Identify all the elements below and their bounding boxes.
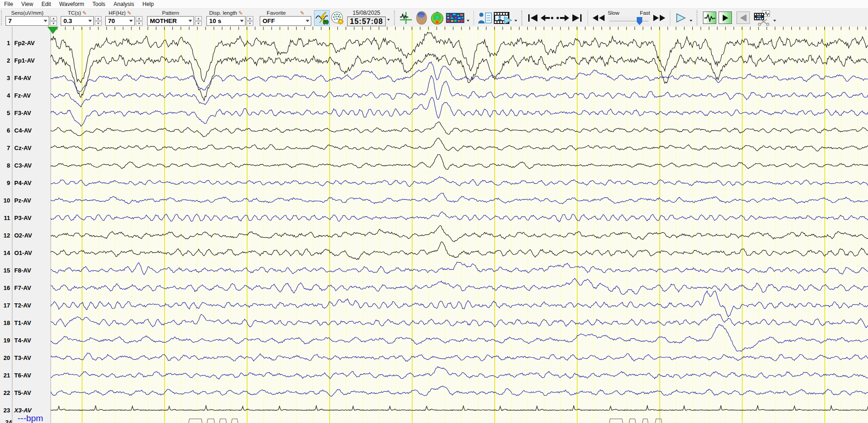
pencil-edit-icon[interactable]: ✎ (239, 11, 243, 15)
head-3d-map-button[interactable] (414, 10, 429, 26)
menu-edit[interactable]: Edit (37, 0, 55, 8)
dsa-trend-button[interactable] (445, 10, 465, 26)
pencil-edit-icon[interactable]: ✎ (127, 11, 131, 15)
step-back-button[interactable] (540, 11, 555, 25)
channel-number: 14 (0, 249, 10, 256)
sensitivity-select[interactable]: 7 (6, 16, 49, 26)
menu-file[interactable]: File (0, 0, 17, 8)
channel-row[interactable]: 23X3-AV (0, 406, 51, 414)
channel-row[interactable]: 8C3-AV (0, 161, 51, 169)
channel-row[interactable]: 3F4-AV (0, 74, 51, 82)
hf-select[interactable]: 70 (105, 16, 135, 26)
channel-row[interactable]: 16F7-AV (0, 284, 51, 292)
channel-row[interactable]: 10Pz-AV (0, 196, 51, 204)
chevron-down-icon (188, 20, 192, 22)
channel-row[interactable]: 21T6-AV (0, 371, 51, 379)
spin-up-button[interactable] (50, 16, 57, 21)
spin-up-button[interactable] (246, 16, 253, 21)
play-dropdown-arrow[interactable] (690, 20, 692, 22)
channel-label: C3-AV (14, 162, 32, 169)
go-first-button[interactable] (525, 11, 540, 25)
channel-label: F7-AV (14, 284, 31, 291)
rewind-button[interactable] (591, 11, 606, 25)
go-last-button[interactable] (570, 11, 584, 25)
channel-row[interactable]: 4Fz-AV (0, 91, 51, 99)
spin-up-button[interactable] (195, 16, 202, 21)
channel-number: 17 (0, 302, 10, 309)
review-back-button[interactable] (737, 12, 750, 24)
map-tools-dropdown-arrow[interactable] (467, 20, 469, 22)
datetime-dropdown-arrow[interactable] (387, 19, 390, 21)
review-waveform-button[interactable] (703, 12, 716, 24)
spin-down-button[interactable] (50, 21, 57, 26)
channel-number: 23 (0, 407, 10, 414)
pattern-select[interactable]: MOTHER (147, 16, 194, 26)
head-3d-icon (415, 11, 428, 25)
channel-row[interactable]: 15F8-AV (0, 266, 51, 274)
channel-row[interactable]: 6C4-AV (0, 126, 51, 134)
eeg-waveform-canvas[interactable] (51, 27, 868, 423)
pencil-edit-icon[interactable]: ✎ (300, 11, 304, 15)
channel-row[interactable]: 17T2-AV (0, 301, 51, 309)
review-play-button[interactable] (719, 12, 732, 24)
channel-number: 22 (0, 389, 10, 396)
pencil-edit-icon[interactable]: ✎ (82, 11, 86, 15)
waveform-icon (704, 14, 715, 22)
clip-dropdown-arrow[interactable] (773, 20, 776, 22)
separator (521, 11, 522, 25)
channel-row[interactable]: 7Cz-AV (0, 144, 51, 152)
electrode-head-icon (331, 11, 344, 25)
electrode-map-button[interactable] (330, 10, 345, 26)
video-dropdown-arrow[interactable] (514, 20, 517, 22)
channel-label: O1-AV (14, 249, 32, 256)
spin-up-button[interactable] (95, 16, 102, 21)
spin-down-button[interactable] (136, 21, 143, 26)
separator (670, 11, 670, 25)
channel-label: F4-AV (14, 75, 31, 81)
display-length-select[interactable]: 10 s (206, 16, 246, 26)
channel-row[interactable]: 12O2-AV (0, 231, 51, 239)
speed-slider[interactable] (608, 17, 650, 26)
video-playback-button[interactable] (493, 10, 513, 26)
ac-filter-button[interactable]: 50 (314, 10, 330, 26)
favorite-select[interactable]: OFF (260, 16, 311, 26)
patient-info-button[interactable] (477, 10, 493, 26)
speed-slider-thumb[interactable] (637, 17, 642, 25)
channel-row[interactable]: 20T3-AV (0, 353, 51, 362)
channel-row[interactable]: 5F3-AV (0, 109, 51, 117)
menu-view[interactable]: View (17, 0, 37, 8)
tc-label: TC(s)✎ (61, 10, 94, 16)
channel-number: 2 (0, 57, 10, 64)
menu-help[interactable]: Help (138, 0, 158, 8)
menu-analysis[interactable]: Analysis (109, 0, 138, 8)
speed-slider-group: Slow Fast (608, 10, 650, 26)
toolbar-grip[interactable] (1, 11, 3, 25)
channel-row[interactable]: 1Fp2-AV (0, 39, 51, 47)
menu-tools[interactable]: Tools (88, 0, 109, 8)
channel-row[interactable]: 19T4-AV (0, 336, 51, 344)
channel-number: 15 (0, 267, 10, 274)
menu-waveform[interactable]: Waveform (55, 0, 88, 8)
page-start-marker-icon[interactable] (47, 27, 58, 34)
channel-row[interactable]: 14O1-AV (0, 249, 51, 257)
spin-down-button[interactable] (95, 21, 102, 26)
channel-row[interactable]: 9P4-AV (0, 179, 51, 187)
channel-row[interactable]: 11P3-AV (0, 214, 51, 222)
clip-video-button[interactable] (753, 10, 772, 26)
channel-row[interactable]: 2Fp1-AV (0, 56, 51, 64)
channel-row[interactable]: 18T1-AV (0, 319, 51, 327)
spin-up-button[interactable] (136, 16, 143, 21)
fast-label: Fast (640, 10, 650, 17)
play-button[interactable] (674, 11, 688, 25)
event-marker-button[interactable] (398, 10, 414, 26)
channel-row[interactable]: 22T5-AV (0, 388, 51, 397)
arrow-left-dot-icon (541, 15, 554, 21)
channel-label: Fp2-AV (14, 40, 35, 46)
tc-select[interactable]: 0.3 (61, 16, 94, 26)
step-forward-button[interactable] (555, 11, 570, 25)
spin-down-button[interactable] (246, 21, 253, 26)
fast-forward-button[interactable] (652, 11, 667, 25)
separator (588, 11, 588, 25)
spin-down-button[interactable] (195, 21, 202, 26)
topo-map-button[interactable] (429, 10, 445, 26)
